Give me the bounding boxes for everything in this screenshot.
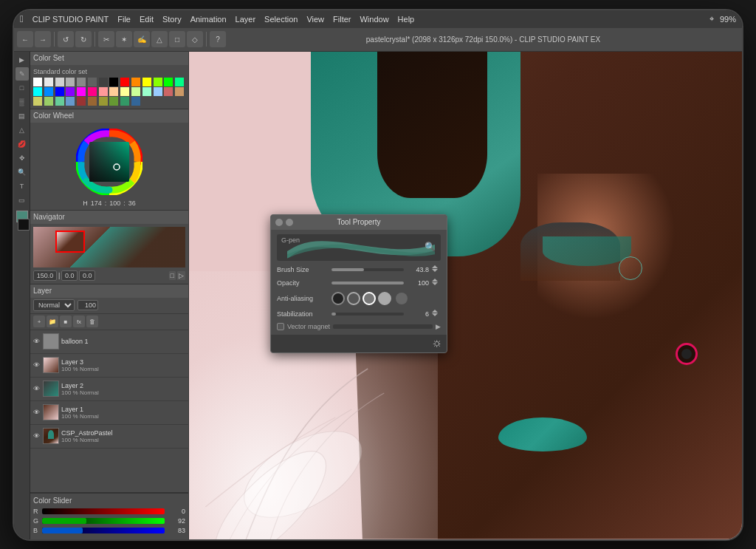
color-swatch[interactable] (33, 78, 42, 86)
aa-mid-btn[interactable] (362, 292, 376, 305)
color-swatch[interactable] (120, 78, 129, 86)
opacity-spinner-down[interactable] (432, 282, 438, 285)
vm-slider[interactable] (333, 324, 433, 329)
b-slider-track[interactable] (42, 528, 165, 533)
x-pos-input[interactable] (61, 270, 78, 281)
r-slider-track[interactable] (42, 508, 165, 514)
color-swatch[interactable] (131, 97, 140, 106)
search-icon[interactable]: 🔍 (425, 242, 436, 253)
layer-item[interactable]: 👁 Layer 3 100 % Normal (30, 354, 188, 378)
color-set-header[interactable]: Color Set (30, 52, 188, 65)
layer-item[interactable]: 👁 Layer 2 100 % Normal (30, 378, 188, 401)
navigator-preview[interactable] (33, 227, 185, 267)
color-swatch[interactable] (55, 87, 64, 96)
menu-edit[interactable]: Edit (140, 15, 154, 24)
color-swatch[interactable] (120, 87, 129, 96)
color-swatch[interactable] (142, 78, 151, 86)
tool-icon-text[interactable]: T (16, 180, 29, 193)
color-swatch[interactable] (44, 78, 53, 86)
tool-icon-lasso[interactable]: △ (16, 123, 29, 137)
layer-effects-btn[interactable]: fx (73, 316, 85, 327)
g-slider-track[interactable] (42, 518, 165, 524)
layer-panel-header[interactable]: Layer (30, 284, 188, 298)
settings-icon[interactable]: ⛭ (432, 338, 442, 349)
color-swatch[interactable] (66, 97, 75, 106)
toolbar-rotate-right-btn[interactable]: ↻ (75, 31, 92, 47)
toolbar-star-btn[interactable]: ✶ (116, 31, 132, 47)
tool-icon-eyedrop[interactable]: 💋 (16, 137, 29, 151)
navigator-header[interactable]: Navigator (30, 211, 188, 224)
menu-story[interactable]: Story (162, 15, 182, 24)
toolbar-help-btn[interactable]: ? (210, 31, 226, 47)
stab-spinner-down[interactable] (432, 313, 438, 316)
aa-off-btn[interactable] (331, 292, 345, 305)
toolbar-diamond-btn[interactable]: ◇ (187, 31, 203, 47)
color-swatch[interactable] (55, 78, 64, 86)
opacity-spinner[interactable] (432, 279, 441, 287)
layer-mask-btn[interactable]: ■ (60, 316, 72, 327)
layer-eye-icon[interactable]: 👁 (33, 432, 41, 440)
color-wheel-header[interactable]: Color Wheel (30, 109, 188, 123)
stab-spinner[interactable] (432, 310, 441, 318)
color-swatch[interactable] (88, 97, 97, 106)
layer-item[interactable]: 👁 balloon 1 (30, 330, 188, 354)
menu-layer[interactable]: Layer (236, 15, 256, 24)
tool-icon-zoom[interactable]: 🔍 (16, 166, 29, 179)
opacity-input[interactable] (78, 300, 98, 310)
canvas-area[interactable]: Tool Property G-pen 🔍 (189, 52, 742, 539)
color-swatch[interactable] (154, 78, 162, 86)
color-swatch[interactable] (120, 97, 129, 106)
fit-icon[interactable]: □ (169, 271, 176, 280)
tool-icon-fill[interactable]: ▒ (16, 95, 29, 109)
zoom-value-input[interactable] (33, 270, 57, 281)
toolbar-cut-btn[interactable]: ✂ (98, 31, 114, 47)
stab-spinner-up[interactable] (432, 310, 438, 313)
aa-high-btn[interactable] (378, 292, 391, 305)
layer-eye-icon[interactable]: 👁 (33, 361, 41, 369)
color-swatch[interactable] (131, 87, 140, 96)
brush-size-spinner[interactable] (432, 265, 441, 274)
color-swatch[interactable] (99, 97, 108, 106)
vector-magnet-checkbox[interactable] (277, 323, 284, 330)
dialog-minimize-btn[interactable] (286, 219, 293, 226)
menu-filter[interactable]: Filter (333, 15, 351, 24)
toolbar-pen-btn[interactable]: ✍ (134, 31, 150, 47)
blend-mode-select[interactable]: Normal (33, 299, 75, 311)
vm-arrow-icon[interactable]: ▶ (436, 323, 441, 330)
layer-eye-icon[interactable]: 👁 (33, 338, 41, 345)
color-swatch[interactable] (99, 78, 108, 86)
color-wheel-widget[interactable] (76, 129, 142, 195)
opacity-spinner-up[interactable] (432, 279, 438, 282)
toolbar-rotate-left-btn[interactable]: ↺ (58, 31, 74, 47)
color-swatch[interactable] (142, 87, 151, 96)
menu-help[interactable]: Help (398, 15, 415, 24)
new-folder-btn[interactable]: 📁 (47, 316, 58, 327)
menu-file[interactable]: File (117, 15, 131, 24)
color-swatch[interactable] (131, 78, 140, 86)
menu-animation[interactable]: Animation (190, 15, 227, 24)
toolbar-square-btn[interactable]: □ (169, 31, 185, 47)
color-swatch[interactable] (99, 87, 108, 96)
layer-item[interactable]: 👁 Layer 1 100 % Normal (30, 401, 188, 425)
tool-icon-select[interactable]: ▤ (16, 109, 29, 123)
layer-eye-icon[interactable]: 👁 (33, 409, 41, 416)
color-swatch[interactable] (88, 78, 97, 86)
color-swatch[interactable] (66, 78, 75, 86)
color-swatch[interactable] (109, 78, 118, 86)
toolbar-forward-btn[interactable]: → (35, 31, 51, 47)
spinner-up-icon[interactable] (432, 265, 438, 268)
color-swatch[interactable] (109, 87, 118, 96)
color-swatch[interactable] (109, 97, 118, 106)
color-swatch[interactable] (88, 87, 97, 96)
color-swatch[interactable] (175, 87, 184, 96)
layer-eye-icon[interactable]: 👁 (33, 385, 41, 392)
tool-icon-shape[interactable]: ▭ (16, 194, 29, 207)
menu-view[interactable]: View (306, 15, 324, 24)
stab-slider[interactable] (331, 313, 404, 316)
layer-item[interactable]: 👁 CSP_AstroPastel 100 % Normal (30, 425, 188, 449)
color-swatch[interactable] (66, 87, 75, 96)
y-pos-input[interactable] (79, 270, 95, 281)
opacity-slider[interactable] (331, 282, 404, 284)
color-swatch[interactable] (55, 97, 64, 106)
dialog-close-btn[interactable] (275, 219, 283, 226)
